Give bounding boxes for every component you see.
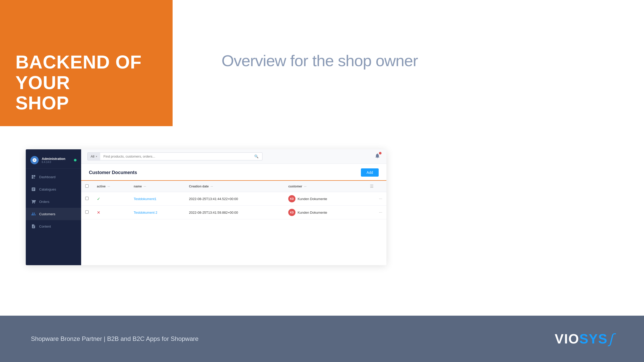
sidebar-nav: Dashboard Catalogues Orders bbox=[26, 171, 81, 232]
cell-creation-date: 2022-08-25T13:41:59.882+00:00 bbox=[185, 206, 284, 219]
table-row: ✕Testdokument 22022-08-25T13:41:59.882+0… bbox=[81, 206, 386, 219]
cell-customer: KD Kunden Dokumente bbox=[284, 192, 366, 206]
row-checkbox-1[interactable] bbox=[85, 210, 89, 214]
active-check-icon: ✓ bbox=[97, 197, 100, 201]
cell-creation-date: 2022-08-25T13:41:44.522+00:00 bbox=[185, 192, 284, 206]
col-header-settings: ☰ bbox=[366, 181, 386, 192]
customer-avatar: KD bbox=[288, 195, 295, 202]
hero-subtitle: Overview for the shop owner bbox=[222, 51, 418, 70]
sidebar-admin-version: 6.4.14.0 bbox=[42, 161, 71, 163]
hero-title: BACKEND OF YOUR SHOP bbox=[15, 52, 157, 113]
admin-ui-container: Administration 6.4.14.0 Dashboard bbox=[26, 149, 386, 265]
notification-badge bbox=[379, 152, 382, 154]
dashboard-icon bbox=[31, 174, 36, 179]
col-sort-dots-customer: ··· bbox=[304, 185, 307, 188]
row-actions-button[interactable]: ··· bbox=[379, 210, 382, 215]
customer-badge: KD Kunden Dokumente bbox=[288, 209, 327, 216]
search-button[interactable]: 🔍 bbox=[251, 152, 262, 160]
status-indicator bbox=[74, 159, 77, 161]
main-content: All ▾ 🔍 Customer Doc bbox=[81, 149, 386, 265]
cell-customer: KD Kunden Dokumente bbox=[284, 206, 366, 219]
content-area: Customer Documents Add active ··· bbox=[81, 164, 386, 265]
row-checkbox-0[interactable] bbox=[85, 197, 89, 200]
catalogues-icon bbox=[31, 187, 36, 192]
cell-name: Testdokument 2 bbox=[130, 206, 185, 219]
top-bar: All ▾ 🔍 bbox=[81, 149, 386, 164]
sidebar-item-label-content: Content bbox=[39, 225, 51, 228]
search-icon: 🔍 bbox=[254, 154, 259, 158]
search-container: All ▾ 🔍 bbox=[87, 152, 262, 160]
customer-name-label: Kunden Dokumente bbox=[298, 197, 327, 201]
sidebar-item-label-dashboard: Dashboard bbox=[39, 175, 56, 179]
sidebar-item-customers[interactable]: Customers bbox=[26, 208, 81, 220]
sidebar-header: Administration 6.4.14.0 bbox=[26, 152, 81, 169]
cell-active: ✕ bbox=[93, 206, 130, 219]
customer-avatar: KD bbox=[288, 209, 295, 216]
cell-row-actions: ··· bbox=[366, 192, 386, 206]
select-all-checkbox[interactable] bbox=[85, 184, 89, 188]
col-header-creation-date: Creation date ··· bbox=[185, 181, 284, 192]
col-header-active: active ··· bbox=[93, 181, 130, 192]
data-table: active ··· name ··· Creation date ··· bbox=[81, 181, 386, 219]
sidebar-item-content[interactable]: Content bbox=[26, 220, 81, 232]
search-filter-button[interactable]: All ▾ bbox=[87, 152, 100, 160]
orders-icon bbox=[31, 199, 36, 204]
col-header-customer: customer ··· bbox=[284, 181, 366, 192]
sidebar-admin-name: Administration bbox=[42, 157, 71, 161]
content-icon bbox=[31, 224, 36, 229]
column-settings-button[interactable]: ☰ bbox=[370, 184, 374, 189]
table-row: ✓Testdokument12022-08-25T13:41:44.522+00… bbox=[81, 192, 386, 206]
col-header-name: name ··· bbox=[130, 181, 185, 192]
page-title: Customer Documents bbox=[89, 170, 137, 175]
sidebar-item-catalogues[interactable]: Catalogues bbox=[26, 183, 81, 195]
footer: Shopware Bronze Partner | B2B and B2C Ap… bbox=[0, 316, 644, 362]
col-sort-dots-name: ··· bbox=[144, 185, 146, 188]
sidebar-item-label-customers: Customers bbox=[39, 212, 55, 216]
sidebar-item-dashboard[interactable]: Dashboard bbox=[26, 171, 81, 183]
table-header-row: active ··· name ··· Creation date ··· bbox=[81, 181, 386, 192]
cell-name: Testdokument1 bbox=[130, 192, 185, 206]
sidebar-item-label-orders: Orders bbox=[39, 200, 49, 204]
filter-label: All bbox=[91, 154, 94, 158]
sidebar-logo bbox=[30, 156, 39, 164]
inactive-x-icon: ✕ bbox=[97, 210, 100, 215]
sidebar: Administration 6.4.14.0 Dashboard bbox=[26, 149, 81, 265]
search-input[interactable] bbox=[100, 152, 251, 160]
footer-logo: VIOSYS ʃ bbox=[555, 331, 613, 347]
customer-name-label: Kunden Dokumente bbox=[298, 211, 327, 214]
page-header: Customer Documents Add bbox=[81, 164, 386, 181]
col-sort-dots-date: ··· bbox=[211, 185, 213, 188]
sidebar-item-orders[interactable]: Orders bbox=[26, 195, 81, 208]
top-bar-actions bbox=[375, 153, 380, 160]
col-sort-dots: ··· bbox=[107, 185, 110, 188]
header-checkbox-cell bbox=[81, 181, 93, 192]
logo-text: VIOSYS bbox=[555, 331, 608, 347]
cell-active: ✓ bbox=[93, 192, 130, 206]
footer-text: Shopware Bronze Partner | B2B and B2C Ap… bbox=[31, 335, 199, 342]
logo-swirl-icon: ʃ bbox=[609, 331, 613, 347]
customer-badge: KD Kunden Dokumente bbox=[288, 195, 327, 202]
cell-row-actions: ··· bbox=[366, 206, 386, 219]
sidebar-item-label-catalogues: Catalogues bbox=[39, 187, 56, 191]
add-button[interactable]: Add bbox=[361, 168, 379, 177]
customers-icon bbox=[31, 211, 36, 217]
orange-hero-block: BACKEND OF YOUR SHOP bbox=[0, 0, 173, 126]
row-actions-button[interactable]: ··· bbox=[379, 196, 382, 201]
chevron-down-icon: ▾ bbox=[96, 155, 97, 158]
sidebar-admin-info: Administration 6.4.14.0 bbox=[42, 157, 71, 163]
notification-button[interactable] bbox=[375, 153, 380, 160]
